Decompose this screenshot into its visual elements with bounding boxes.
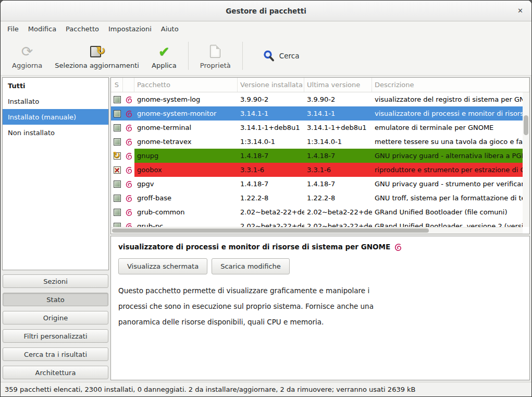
- latest-version: 3.14.1-1: [304, 106, 372, 121]
- vertical-scrollbar[interactable]: [523, 92, 529, 227]
- package-name: gnome-terminal: [134, 121, 238, 135]
- installed-version: 3.3.1-6: [238, 163, 304, 177]
- vertical-scrollbar-thumb[interactable]: [524, 115, 528, 135]
- latest-version: 3.9.90-2: [304, 92, 372, 106]
- filter-list-item[interactable]: Installato (manuale): [3, 109, 108, 125]
- debian-swirl-icon: [125, 138, 132, 146]
- table-row[interactable]: gnome-system-monitor 3.14.1-1 3.14.1-1 v…: [111, 106, 523, 121]
- package-name: grub-common: [134, 205, 238, 219]
- debian-swirl-icon: [125, 166, 132, 174]
- details-action-button[interactable]: Visualizza schermata: [118, 258, 207, 274]
- table-row[interactable]: goobox 3.3.1-6 3.3.1-6 riproduttore e st…: [111, 163, 523, 177]
- horizontal-scrollbar-thumb[interactable]: [112, 228, 429, 233]
- menu-item[interactable]: Modifica: [23, 23, 61, 35]
- details-action-button[interactable]: Scarica modifiche: [212, 258, 290, 274]
- table-row[interactable]: gnome-system-log 3.9.90-2 3.9.90-2 visua…: [111, 92, 523, 106]
- mark-upgrades-icon: ↻: [90, 45, 104, 58]
- installed-version: 3.9.90-2: [238, 92, 304, 106]
- filter-mode-button[interactable]: Stato: [3, 293, 108, 306]
- package-description: GRand Unified Bootloader, versione 2 (ve…: [372, 219, 523, 227]
- debian-swirl-icon: [125, 209, 132, 216]
- filter-mode-button[interactable]: Sezioni: [3, 274, 108, 288]
- filter-mode-buttons: Sezioni Stato Origine Filtri personalizz…: [2, 270, 109, 380]
- filter-mode-button[interactable]: Cerca tra i risultati: [3, 347, 108, 361]
- package-status-icon: [114, 166, 121, 174]
- column-header-latest-version[interactable]: Ultima versione: [304, 78, 372, 92]
- search-button[interactable]: Cerca: [257, 46, 305, 65]
- package-name: gnome-system-log: [134, 92, 238, 106]
- package-description: emulatore di terminale per GNOME: [372, 121, 523, 135]
- installed-version: 1.4.18-7: [238, 177, 304, 191]
- debian-swirl-icon: [125, 223, 132, 227]
- package-status-icon: [114, 124, 121, 131]
- filter-mode-button[interactable]: Filtri personalizzati: [3, 329, 108, 343]
- filter-mode-button[interactable]: Origine: [3, 311, 108, 324]
- debian-swirl-icon: [125, 96, 132, 103]
- column-header-status[interactable]: S: [111, 78, 123, 92]
- filter-list-item[interactable]: Tutti: [3, 78, 108, 93]
- table-header: S Pacchetto Versione installata Ultima v…: [111, 78, 529, 92]
- package-description: visualizzatore del registro di sistema p…: [372, 92, 523, 106]
- installed-version: 3.14.1-1+deb8u1: [238, 121, 304, 135]
- mark-all-upgrades-button[interactable]: ↻ Seleziona aggiornamenti: [48, 39, 145, 73]
- package-status-icon: [114, 152, 121, 160]
- menu-item[interactable]: Aiuto: [156, 23, 183, 35]
- package-table: S Pacchetto Versione installata Ultima v…: [110, 77, 530, 234]
- package-description: GNU troff, sistema per la formattazione …: [372, 191, 523, 205]
- table-row[interactable]: grub-common 2.02~beta2-22+de 2.02~beta2-…: [111, 205, 523, 219]
- table-row[interactable]: gnupg 1.4.18-7 1.4.18-7 GNU privacy guar…: [111, 149, 523, 163]
- menu-item[interactable]: Impostazioni: [104, 23, 156, 35]
- latest-version: 1.22.2-8: [304, 191, 372, 205]
- filter-list-item[interactable]: Non installato: [3, 125, 108, 140]
- package-status-icon: [114, 195, 121, 202]
- package-status-icon: [114, 110, 121, 117]
- sidebar: Tutti Installato Installato (manuale) No…: [2, 77, 109, 380]
- installed-version: 2.02~beta2-22+de: [238, 205, 304, 219]
- column-header-supported[interactable]: [123, 78, 134, 92]
- apply-button[interactable]: ✔ Applica: [145, 39, 183, 73]
- latest-version: 1.4.18-7: [304, 149, 372, 163]
- table-row[interactable]: grub-pc 2.02~beta2-22+de 2.02~beta2-22+d…: [111, 219, 523, 227]
- title-bar: Gestore di pacchetti ✕: [1, 1, 531, 21]
- package-name: gnupg: [134, 149, 238, 163]
- menu-bar: FileModificaPacchettoImpostazioniAiuto: [1, 21, 531, 37]
- package-description: GNU privacy guard - alternativa libera a…: [372, 149, 523, 163]
- toolbar-separator: [242, 42, 243, 70]
- debian-swirl-icon: [125, 110, 132, 117]
- package-status-icon: [114, 223, 121, 227]
- window-title: Gestore di pacchetti: [226, 7, 306, 15]
- table-rows: gnome-system-log 3.9.90-2 3.9.90-2 visua…: [111, 92, 523, 227]
- details-description: Questo pacchetto permette di visualizzar…: [118, 283, 522, 330]
- description-line: Questo pacchetto permette di visualizzar…: [118, 283, 522, 298]
- apply-check-icon: ✔: [158, 45, 170, 58]
- column-header-package[interactable]: Pacchetto: [134, 78, 238, 92]
- details-title: visualizzatore di processi e monitor di …: [118, 243, 522, 251]
- table-row[interactable]: gnome-tetravex 1:3.14.0-1 1:3.14.0-1 met…: [111, 135, 523, 149]
- package-name: groff-base: [134, 191, 238, 205]
- description-line: panoramica delle risorse disponibili, qu…: [118, 314, 522, 330]
- table-row[interactable]: gnome-terminal 3.14.1-1+deb8u1 3.14.1-1+…: [111, 121, 523, 135]
- package-description: GRand Unified Bootloader (file comuni): [372, 205, 523, 219]
- package-description: visualizzatore di processi e monitor di …: [372, 106, 523, 121]
- toolbar-separator: [188, 42, 189, 70]
- menu-item[interactable]: Pacchetto: [61, 23, 104, 35]
- column-header-installed-version[interactable]: Versione installata: [238, 78, 304, 92]
- close-icon[interactable]: ✕: [514, 1, 526, 21]
- table-row[interactable]: gpgv 1.4.18-7 1.4.18-7 GNU privacy guard…: [111, 177, 523, 191]
- package-status-icon: [114, 209, 121, 216]
- details-panel: visualizzatore di processi e monitor di …: [110, 236, 530, 380]
- package-description: mettere tessere su una tavola da gioco e…: [372, 135, 523, 149]
- installed-version: 3.14.1-1: [238, 106, 304, 121]
- properties-button[interactable]: Proprietà: [194, 39, 237, 73]
- refresh-button[interactable]: ⟳ Aggiorna: [6, 39, 48, 73]
- debian-swirl-icon: [125, 152, 132, 160]
- horizontal-scrollbar[interactable]: [111, 227, 523, 234]
- filter-list-item[interactable]: Installato: [3, 93, 108, 109]
- latest-version: 3.3.1-6: [304, 163, 372, 177]
- details-buttons: Visualizza schermataScarica modifiche: [118, 258, 522, 274]
- menu-item[interactable]: File: [3, 23, 23, 35]
- column-header-description[interactable]: Descrizione: [372, 78, 529, 92]
- table-row[interactable]: groff-base 1.22.2-8 1.22.2-8 GNU troff, …: [111, 191, 523, 205]
- latest-version: 1:3.14.0-1: [304, 135, 372, 149]
- filter-mode-button[interactable]: Architettura: [3, 366, 108, 379]
